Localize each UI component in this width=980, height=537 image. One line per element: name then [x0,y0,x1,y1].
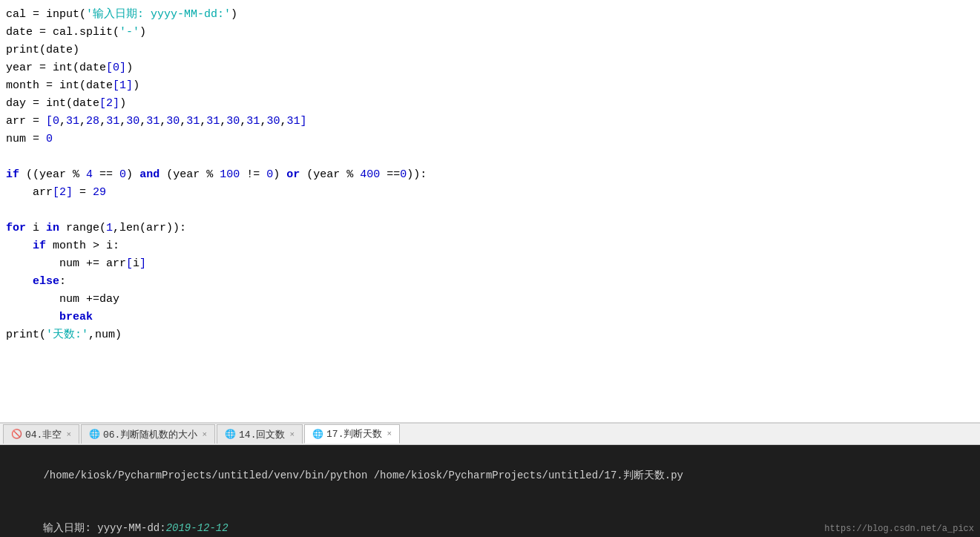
tab-label: 17.判断天数 [326,427,382,441]
code-token: = [26,113,46,131]
code-line: arr = [0,31,28,31,30,31,30,31,31,30,31,3… [0,113,980,131]
tab-close-button[interactable]: × [66,430,71,439]
code-token: month [6,77,39,95]
code-token: = [73,184,93,202]
code-token: 30 [126,113,139,131]
code-token: day [6,95,26,113]
tab-close-button[interactable]: × [202,430,207,439]
code-token: num +=day [6,291,119,309]
code-token: date [73,95,99,113]
code-token: 100 [220,166,240,184]
code-token: int [59,77,79,95]
code-token: = [33,59,53,77]
code-token: [ [106,59,113,77]
code-token: 31 [66,113,79,131]
code-token: 28 [86,113,99,131]
code-token: num [6,131,26,148]
code-line: num = 0 [0,131,980,148]
code-token: int [53,59,73,77]
code-token: and [139,166,160,184]
code-token: ] [126,77,133,95]
code-token: 31 [206,113,220,131]
code-token: 0 [53,113,59,131]
code-token: num += arr [6,255,126,273]
code-token: == [93,166,119,184]
tab-icon: 🌐 [89,429,100,440]
code-token: 2 [106,95,113,113]
output-area: /home/kiosk/PycharmProjects/untitled/ven… [0,445,980,537]
code-token: (( [19,166,39,184]
code-token: '-' [119,24,139,42]
code-token: print [6,326,39,344]
code-token: ( [79,6,86,24]
code-token: ] [119,59,126,77]
code-token: )): [407,166,427,184]
code-token: % [200,166,220,184]
code-token: '天数:' [46,326,88,344]
code-token: , [59,113,66,131]
tab-icon: 🚫 [11,429,22,440]
code-token: 0 [46,131,53,148]
code-token: ( [160,166,173,184]
tab-label: 14.回文数 [239,428,285,441]
code-token: ) [231,6,237,24]
code-token: [ [99,95,106,113]
output-input-value: 2019-12-12 [166,522,228,534]
code-token: int [46,95,66,113]
code-token: , [119,113,126,131]
code-token: 31 [286,113,300,131]
code-token: , [139,113,146,131]
code-token: 31 [186,113,200,131]
tab-item[interactable]: 🌐17.判断天数× [304,424,400,444]
code-token: ( [113,24,119,42]
code-token: ) [126,166,139,184]
tab-item[interactable]: 🌐14.回文数× [217,424,303,444]
code-token: = [26,6,46,24]
code-token: ( [66,95,73,113]
code-token: 0 [119,166,126,184]
code-token [6,309,59,326]
code-token: ( [79,77,86,95]
code-token: , [180,113,186,131]
code-token: 31 [106,113,119,131]
code-token: 30 [266,113,280,131]
code-token: arr [6,113,26,131]
code-token: , [260,113,266,131]
code-line: day = int(date[2]) [0,95,980,113]
code-token: == [380,166,400,184]
main-container: https://blog.csdn.net/a_picx cal = input… [0,0,980,537]
tab-close-button[interactable]: × [289,430,295,439]
code-token: 31 [246,113,260,131]
tab-close-button[interactable]: × [387,429,392,438]
code-line: break [0,309,980,326]
tabs-bar[interactable]: 🚫04.非空×🌐06.判断随机数的大小×🌐14.回文数×🌐17.判断天数× [0,423,980,445]
code-token: range [59,220,99,237]
code-token: ) [119,95,126,113]
code-line: print('天数:',num) [0,326,980,344]
code-token: cal [53,24,73,42]
code-token: : [59,273,66,291]
code-token: , [200,113,206,131]
code-token: year [39,166,66,184]
code-token: [ [113,77,119,95]
code-token: ] [139,255,146,273]
tab-label: 04.非空 [25,428,62,441]
output-path-span: /home/kiosk/PycharmProjects/untitled/ven… [43,470,683,481]
code-line: date = cal.split('-') [0,24,980,42]
code-token: ] [66,184,73,202]
code-token: 0 [400,166,407,184]
code-token: date [86,77,113,95]
code-lines: cal = input('输入日期: yyyy-MM-dd:')date = c… [0,6,980,344]
code-token: [ [126,255,133,273]
code-token: arr [6,184,53,202]
code-line: for i in range(1,len(arr)): [0,220,980,237]
code-token: for [6,220,26,237]
code-token: , [79,113,86,131]
code-token: or [286,166,300,184]
code-token: = [39,77,59,95]
tab-item[interactable]: 🌐06.判断随机数的大小× [81,424,215,444]
tab-item[interactable]: 🚫04.非空× [3,424,79,444]
tab-icon: 🌐 [225,429,236,440]
code-token: 2 [59,184,66,202]
code-token: ( [39,326,46,344]
